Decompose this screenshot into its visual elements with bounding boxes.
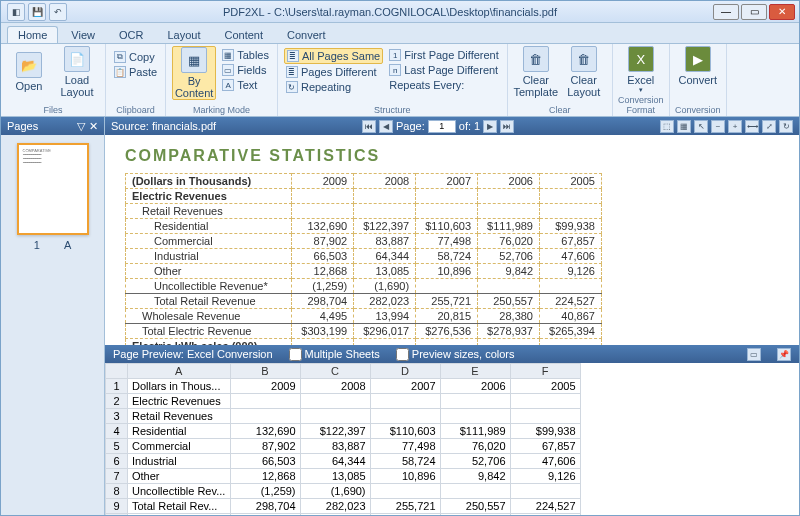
main-area: Source: financials.pdf ⏮ ◀ Page: of: 1 ▶… — [105, 117, 799, 516]
tab-view[interactable]: View — [60, 26, 106, 43]
ribbon-tabs: Home View OCR Layout Content Convert — [1, 23, 799, 43]
doc-table: (Dollars in Thousands)200920082007200620… — [125, 173, 602, 345]
text-button[interactable]: AText — [220, 78, 271, 92]
lastpage-icon: n — [389, 64, 401, 76]
fit-width-icon[interactable]: ⟷ — [745, 120, 759, 133]
qat-undo-icon[interactable]: ↶ — [49, 3, 67, 21]
next-page-button[interactable]: ▶ — [483, 120, 497, 133]
group-title-marking: Marking Mode — [166, 105, 277, 115]
preview-tool-icon[interactable]: ▭ — [747, 348, 761, 361]
page-thumbnail[interactable]: COMPARATIVE━━━━━━━━━━━━━━━━━━━━━━━━━━━ — [17, 143, 89, 235]
repeating-button[interactable]: ↻Repeating — [284, 80, 383, 94]
group-title-files: Files — [1, 105, 105, 115]
source-label: Source: financials.pdf — [111, 120, 216, 132]
convert-button[interactable]: ▶Convert — [676, 46, 720, 86]
group-title-clipboard: Clipboard — [106, 105, 165, 115]
pages-pane: Pages ▽✕ COMPARATIVE━━━━━━━━━━━━━━━━━━━━… — [1, 117, 105, 516]
minimize-button[interactable]: — — [713, 4, 739, 20]
multiple-sheets-checkbox[interactable]: Multiple Sheets — [289, 348, 380, 361]
zoom-out-icon[interactable]: − — [711, 120, 725, 133]
first-page-diff-button[interactable]: 1First Page Different — [387, 48, 501, 62]
group-marking: ▦By Content ▦Tables ▭Fields AText Markin… — [166, 44, 278, 116]
tab-convert[interactable]: Convert — [276, 26, 337, 43]
refresh-icon[interactable]: ↻ — [779, 120, 793, 133]
table-icon: ▦ — [222, 49, 234, 61]
thumbnail-label: 1A — [34, 239, 71, 251]
pages-different-button[interactable]: ≣Pages Different — [284, 65, 383, 79]
open-icon: 📂 — [16, 52, 42, 78]
tool-icon[interactable]: ▦ — [677, 120, 691, 133]
group-title-structure: Structure — [278, 105, 507, 115]
fields-button[interactable]: ▭Fields — [220, 63, 271, 77]
maximize-button[interactable]: ▭ — [741, 4, 767, 20]
window-buttons: — ▭ ✕ — [713, 4, 795, 20]
fit-page-icon[interactable]: ⤢ — [762, 120, 776, 133]
pointer-icon[interactable]: ↖ — [694, 120, 708, 133]
preview-header: Page Preview: Excel Conversion Multiple … — [105, 345, 799, 363]
firstpage-icon: 1 — [389, 49, 401, 61]
excel-format-button[interactable]: XExcel▾ — [619, 46, 663, 94]
group-title-convfmt: Conversion Format — [613, 95, 669, 115]
tab-ocr[interactable]: OCR — [108, 26, 154, 43]
titlebar: ◧ 💾 ↶ PDF2XL - C:\Users\tal.rayman.COGNI… — [1, 1, 799, 23]
load-layout-button[interactable]: 📄Load Layout — [55, 46, 99, 98]
page-nav: ⏮ ◀ Page: of: 1 ▶ ⏭ — [362, 120, 514, 133]
bycontent-icon: ▦ — [181, 47, 207, 73]
tab-home[interactable]: Home — [7, 26, 58, 43]
convert-icon: ▶ — [685, 46, 711, 72]
group-clipboard: ⧉Copy 📋Paste Clipboard — [106, 44, 166, 116]
tab-layout[interactable]: Layout — [156, 26, 211, 43]
clear-layout-button[interactable]: 🗑Clear Layout — [562, 46, 606, 98]
pagesdiff-icon: ≣ — [286, 66, 298, 78]
quick-access-toolbar: ◧ 💾 ↶ — [7, 3, 67, 21]
last-page-button[interactable]: ⏭ — [500, 120, 514, 133]
copy-icon: ⧉ — [114, 51, 126, 63]
tool-icon[interactable]: ⬚ — [660, 120, 674, 133]
last-page-diff-button[interactable]: nLast Page Different — [387, 63, 501, 77]
app-menu-icon[interactable]: ◧ — [7, 3, 25, 21]
pages-icon: ≣ — [287, 50, 299, 62]
copy-button[interactable]: ⧉Copy — [112, 50, 159, 64]
first-page-button[interactable]: ⏮ — [362, 120, 376, 133]
clear-template-button[interactable]: 🗑Clear Template — [514, 46, 558, 98]
filter-icon[interactable]: ▽ — [77, 120, 85, 133]
close-button[interactable]: ✕ — [769, 4, 795, 20]
clear-layout-icon: 🗑 — [571, 46, 597, 72]
group-files: 📂Open 📄Load Layout Files — [1, 44, 106, 116]
group-structure: ≣All Pages Same ≣Pages Different ↻Repeat… — [278, 44, 508, 116]
paste-button[interactable]: 📋Paste — [112, 65, 159, 79]
qat-save-icon[interactable]: 💾 — [28, 3, 46, 21]
group-conversion: ▶Convert Conversion — [670, 44, 727, 116]
group-title-clear: Clear — [508, 105, 612, 115]
tab-content[interactable]: Content — [213, 26, 274, 43]
by-content-button[interactable]: ▦By Content — [172, 46, 216, 100]
pin-icon[interactable]: ✕ — [89, 120, 98, 133]
excel-preview[interactable]: ABCDEF1Dollars in Thous...20092008200720… — [105, 363, 799, 516]
all-pages-same-button[interactable]: ≣All Pages Same — [284, 48, 383, 64]
tables-button[interactable]: ▦Tables — [220, 48, 271, 62]
preview-sizes-checkbox[interactable]: Preview sizes, colors — [396, 348, 515, 361]
layout-icon: 📄 — [64, 46, 90, 72]
excel-table: ABCDEF1Dollars in Thous...20092008200720… — [105, 363, 581, 516]
dropdown-arrow-icon: ▾ — [639, 86, 643, 94]
preview-title: Page Preview: Excel Conversion — [113, 348, 273, 360]
preview-pin-icon[interactable]: 📌 — [777, 348, 791, 361]
repeats-every-label: Repeats Every: — [387, 78, 501, 92]
open-button[interactable]: 📂Open — [7, 46, 51, 98]
group-conversion-format: XExcel▾ Conversion Format — [613, 44, 670, 116]
field-icon: ▭ — [222, 64, 234, 76]
doc-title: COMPARATIVE STATISTICS — [125, 147, 779, 165]
ribbon: 📂Open 📄Load Layout Files ⧉Copy 📋Paste Cl… — [1, 43, 799, 117]
group-title-conv: Conversion — [670, 105, 726, 115]
repeat-icon: ↻ — [286, 81, 298, 93]
paste-icon: 📋 — [114, 66, 126, 78]
zoom-in-icon[interactable]: + — [728, 120, 742, 133]
document-view[interactable]: COMPARATIVE STATISTICS (Dollars in Thous… — [105, 135, 799, 345]
document-bar: Source: financials.pdf ⏮ ◀ Page: of: 1 ▶… — [105, 117, 799, 135]
window-title: PDF2XL - C:\Users\tal.rayman.COGNILOCAL\… — [67, 6, 713, 18]
pages-header: Pages ▽✕ — [1, 117, 104, 135]
prev-page-button[interactable]: ◀ — [379, 120, 393, 133]
excel-icon: X — [628, 46, 654, 72]
page-input[interactable] — [428, 120, 456, 133]
group-clear: 🗑Clear Template 🗑Clear Layout Clear — [508, 44, 613, 116]
